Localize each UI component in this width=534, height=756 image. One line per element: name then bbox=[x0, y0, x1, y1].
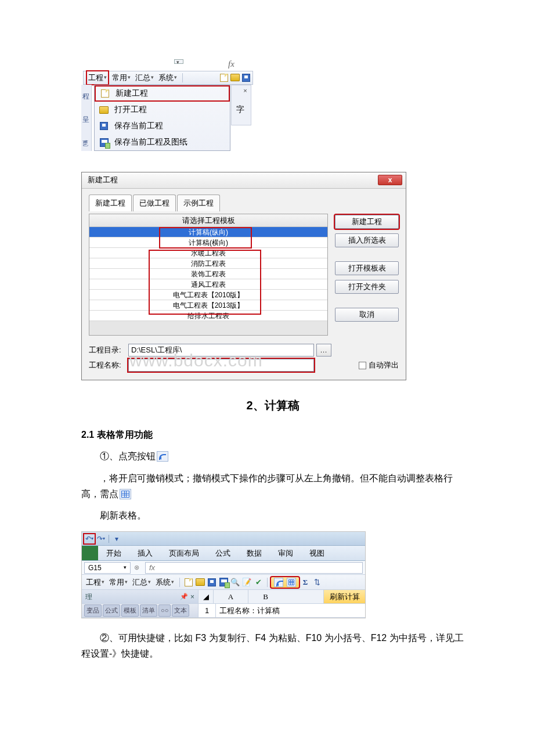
pin-icon[interactable]: 📌 bbox=[180, 591, 188, 602]
menu-summary[interactable]: 汇总▾ bbox=[131, 576, 153, 589]
template-row[interactable]: 装饰工程表 bbox=[89, 269, 327, 279]
ribbon-tab-data[interactable]: 数据 bbox=[239, 546, 270, 560]
menu-new-project-label: 新建工程 bbox=[116, 87, 148, 100]
side-tab[interactable]: 模板 bbox=[121, 604, 139, 617]
side-tab[interactable]: 公式 bbox=[103, 604, 120, 617]
template-row[interactable]: 通风工程表 bbox=[89, 279, 327, 290]
paragraph-1-text: ①、点亮按钮 bbox=[100, 451, 156, 461]
paragraph-2-text: ，将开启可撤销模式；撤销模式下操作的步骤可从左上角撤销。但不能自动调整表格行高，… bbox=[81, 473, 453, 499]
redo-icon: ↷ bbox=[97, 533, 103, 545]
template-row[interactable]: 电气工程表【2010版】 bbox=[89, 290, 327, 300]
save-icon[interactable] bbox=[242, 74, 250, 82]
template-row[interactable]: 消防工程表 bbox=[89, 258, 327, 269]
open-template-button[interactable]: 打开模板表 bbox=[335, 261, 399, 275]
col-header-a[interactable]: A bbox=[213, 590, 248, 603]
template-grid-header: 请选择工程模板 bbox=[89, 214, 327, 227]
close-icon[interactable]: × bbox=[241, 87, 249, 95]
project-name-label: 工程名称: bbox=[89, 359, 126, 372]
menu-project[interactable]: 工程▾ bbox=[84, 576, 106, 589]
panel-header-row: 理 📌 × ◢ A B 刷新计算 bbox=[82, 590, 365, 604]
fx-cancel-icon[interactable]: ⊗ bbox=[134, 562, 139, 573]
dialog-titlebar: 新建工程 x bbox=[82, 172, 406, 189]
corner-cell[interactable]: ◢ bbox=[198, 590, 213, 603]
qat-redo-button[interactable]: ↷▾ bbox=[96, 534, 106, 543]
separator bbox=[182, 73, 183, 82]
project-name-input[interactable] bbox=[128, 359, 314, 372]
dialog-close-button[interactable]: x bbox=[378, 175, 402, 185]
dock-glyph-2: 呈 bbox=[82, 114, 89, 125]
tool-icon[interactable]: 🔍 bbox=[230, 577, 240, 588]
menu-common[interactable]: 常用 ▾ bbox=[110, 71, 132, 84]
ribbon-tab-start[interactable]: 开始 bbox=[98, 546, 129, 560]
menu-system[interactable]: 系统▾ bbox=[154, 576, 176, 589]
cancel-button[interactable]: 取消 bbox=[335, 308, 399, 322]
row-number[interactable]: 1 bbox=[198, 604, 215, 617]
fx-label: fx bbox=[149, 561, 155, 574]
formula-bar[interactable]: fx bbox=[145, 562, 363, 574]
side-tab[interactable]: 变品 bbox=[84, 604, 102, 617]
template-row[interactable]: 计算稿(纵向) bbox=[89, 227, 327, 237]
project-dir-input[interactable]: D:\ESL\工程库\ bbox=[128, 344, 314, 357]
side-tab[interactable]: ○○ bbox=[158, 604, 171, 617]
ribbon-tab-insert[interactable]: 插入 bbox=[129, 546, 161, 560]
refresh-grid-icon[interactable] bbox=[287, 578, 296, 587]
name-box-value: G15 bbox=[88, 562, 102, 574]
auto-popup-option[interactable]: 自动弹出 bbox=[359, 359, 399, 372]
tool-icon[interactable]: ⇅ bbox=[312, 577, 322, 588]
menu-system[interactable]: 系统 ▾ bbox=[157, 71, 179, 84]
menu-project-label: 工程 bbox=[88, 71, 103, 84]
formula-bar-fx: fx bbox=[228, 57, 234, 72]
new-project-button[interactable]: 新建工程 bbox=[335, 215, 399, 229]
qat-undo-button[interactable]: ↶▾ bbox=[84, 534, 95, 543]
save-icon[interactable] bbox=[207, 577, 217, 588]
ribbon-tab-review[interactable]: 审阅 bbox=[270, 546, 301, 560]
menu-save-project[interactable]: 保存当前工程 bbox=[95, 118, 230, 134]
open-folder-icon[interactable] bbox=[230, 74, 240, 81]
side-tab-strip: 变品 公式 模板 清单 ○○ 文本 bbox=[82, 604, 198, 617]
side-tab[interactable]: 文本 bbox=[172, 604, 189, 617]
open-folder-button[interactable]: 打开文件夹 bbox=[335, 280, 399, 294]
screenshot-toolbar-menu: fx 工程 ▾ 常用 ▾ 汇总 ▾ 系统 ▾ 程 呈 乶 bbox=[81, 58, 255, 157]
section-heading-2: 2、计算稿 bbox=[81, 395, 464, 415]
insert-selected-button[interactable]: 插入所选表 bbox=[335, 233, 399, 247]
template-row[interactable]: 电气工程表【2013版】 bbox=[89, 300, 327, 311]
new-doc-icon[interactable] bbox=[220, 74, 228, 82]
menu-save-project-drawings[interactable]: 保存当前工程及图纸 bbox=[95, 134, 230, 150]
project-dir-label: 工程目录: bbox=[89, 344, 126, 357]
ribbon-tab-home-file[interactable] bbox=[82, 546, 98, 560]
ribbon-tab-view[interactable]: 视图 bbox=[301, 546, 333, 560]
menu-new-project[interactable]: 新建工程 bbox=[95, 85, 230, 102]
caret-icon: ▾ bbox=[128, 73, 131, 82]
save-drawing-icon[interactable] bbox=[218, 577, 229, 588]
tool-icon[interactable]: 📝 bbox=[241, 577, 252, 588]
tool-icon[interactable]: ✔ bbox=[253, 577, 264, 588]
close-icon[interactable]: × bbox=[190, 591, 194, 603]
paragraph-4: ②、可用快捷键，比如 F3 为复制行、F4 为粘贴、F10 为小括号、F12 为… bbox=[81, 630, 464, 661]
new-doc-icon[interactable] bbox=[183, 577, 194, 588]
col-header-b[interactable]: B bbox=[248, 590, 283, 603]
name-box[interactable]: G15▾ bbox=[84, 562, 131, 574]
tab-new-project[interactable]: 新建工程 bbox=[89, 195, 132, 211]
tab-sample-project[interactable]: 示例工程 bbox=[177, 195, 220, 211]
template-row[interactable]: 水暖工程表 bbox=[89, 248, 327, 258]
undo-icon[interactable] bbox=[274, 578, 283, 587]
ribbon-tab-layout[interactable]: 页面布局 bbox=[161, 546, 207, 560]
menu-save-project-label: 保存当前工程 bbox=[114, 119, 163, 133]
project-dropdown-menu: 新建工程 打开工程 保存当前工程 保存当前工程及图纸 bbox=[94, 85, 230, 151]
template-row[interactable]: 给排水工程表 bbox=[89, 311, 327, 321]
checkbox-icon[interactable] bbox=[359, 362, 366, 369]
menu-open-project[interactable]: 打开工程 bbox=[95, 102, 230, 118]
qat-dropdown-icon[interactable] bbox=[174, 59, 183, 64]
sigma-icon[interactable]: Σ bbox=[300, 577, 311, 588]
refresh-calc-button[interactable]: 刷新计算 bbox=[323, 590, 365, 603]
side-tab[interactable]: 清单 bbox=[140, 604, 157, 617]
menu-project[interactable]: 工程 ▾ bbox=[86, 70, 109, 85]
ribbon-tab-formula[interactable]: 公式 bbox=[207, 546, 239, 560]
browse-button[interactable]: ... bbox=[316, 344, 331, 357]
qat-more-icon[interactable]: ▾ bbox=[111, 534, 122, 543]
menu-summary[interactable]: 汇总 ▾ bbox=[134, 71, 156, 84]
template-row[interactable]: 计算稿(横向) bbox=[89, 237, 327, 248]
open-folder-icon[interactable] bbox=[195, 577, 205, 588]
tab-done-project[interactable]: 已做工程 bbox=[133, 195, 176, 211]
menu-common[interactable]: 常用▾ bbox=[107, 576, 129, 589]
